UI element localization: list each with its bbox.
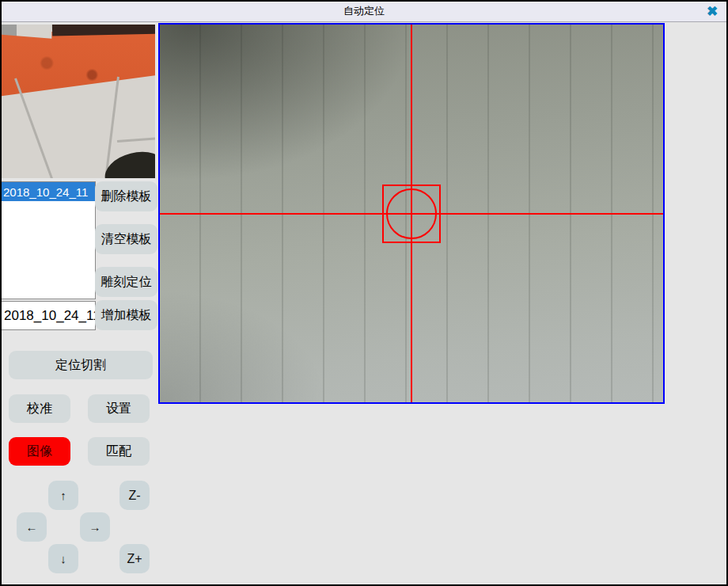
camera-view[interactable] — [158, 23, 665, 404]
jog-up-button[interactable]: ↑ — [48, 481, 78, 510]
template-name-field[interactable] — [1, 301, 96, 330]
calibrate-button[interactable]: 校准 — [9, 394, 70, 423]
delete-template-button[interactable]: 删除模板 — [95, 181, 157, 211]
jog-down-button[interactable]: ↓ — [48, 544, 78, 573]
locate-cut-button[interactable]: 定位切割 — [9, 351, 153, 379]
engrave-locate-button[interactable]: 雕刻定位 — [95, 267, 157, 297]
list-item[interactable]: 2018_10_24_11 — [2, 182, 95, 201]
clear-templates-button[interactable]: 清空模板 — [95, 224, 157, 254]
auto-positioning-dialog: 自动定位 ✖ 2018_10_24_11 删除模板 清空模板 雕刻定位 增加模板… — [0, 0, 728, 586]
jog-left-button[interactable]: ← — [17, 512, 47, 542]
target-circle — [386, 188, 437, 239]
add-template-button[interactable]: 增加模板 — [95, 300, 157, 330]
match-button[interactable]: 匹配 — [88, 437, 150, 466]
window-title: 自动定位 — [343, 4, 385, 18]
template-list[interactable]: 2018_10_24_11 — [1, 181, 96, 299]
z-plus-button[interactable]: Z+ — [119, 544, 150, 573]
jog-right-button[interactable]: → — [80, 512, 110, 542]
image-button[interactable]: 图像 — [9, 437, 70, 466]
thumbnail-orange-beam — [2, 32, 155, 101]
thumbnail-tile-groutline — [117, 137, 155, 143]
title-bar: 自动定位 ✖ — [0, 0, 728, 22]
z-minus-button[interactable]: Z- — [119, 481, 150, 510]
settings-button[interactable]: 设置 — [88, 394, 150, 423]
template-thumbnail — [2, 25, 155, 178]
close-icon[interactable]: ✖ — [703, 2, 722, 20]
thumbnail-tile-groutline — [14, 78, 53, 178]
